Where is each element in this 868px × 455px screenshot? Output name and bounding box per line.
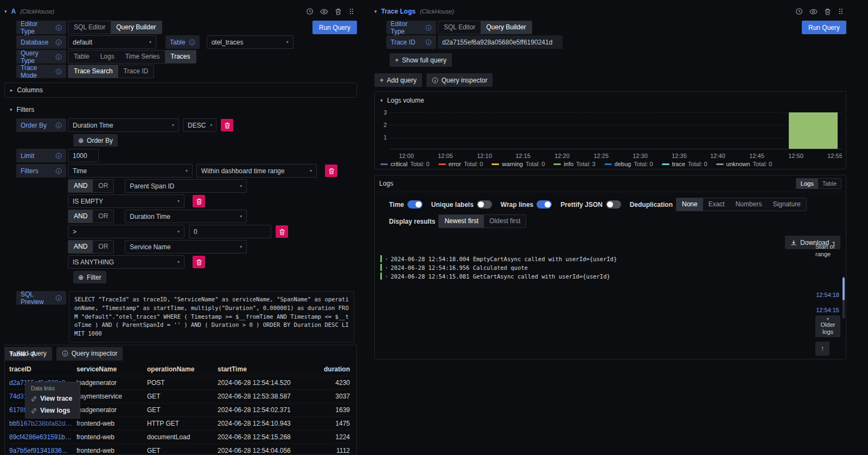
legend-item-info[interactable]: infoTotal: 3 [553, 161, 595, 167]
remove-filter-button[interactable] [276, 225, 288, 238]
history-icon[interactable] [306, 8, 314, 15]
bool-or[interactable]: OR [93, 210, 113, 223]
bool-and[interactable]: AND [68, 180, 93, 192]
panel-title[interactable]: Trace Logs [381, 8, 416, 15]
filter-field-select[interactable]: Time ▾ [68, 164, 193, 178]
bool-or[interactable]: OR [93, 241, 113, 253]
trash-icon[interactable] [824, 8, 831, 15]
column-header-duration[interactable]: duration [314, 365, 352, 373]
info-icon[interactable] [55, 122, 62, 129]
run-query-button[interactable]: Run Query [312, 21, 357, 34]
view-trace-menu-item[interactable]: View trace [25, 393, 80, 405]
order-by-direction-select[interactable]: DESC ▾ [183, 118, 216, 132]
expand-chevron-icon[interactable]: › [386, 256, 387, 262]
filter-operator-select[interactable]: IS EMPTY ▾ [68, 194, 184, 208]
unique-labels-toggle[interactable] [477, 200, 492, 208]
legend-item-warning[interactable]: warningTotal: 0 [492, 161, 545, 167]
trace-id-link[interactable]: 89cf4286e631591b4... [9, 433, 76, 441]
collapse-chevron-icon[interactable]: ▾ [374, 9, 377, 14]
dedup-exact[interactable]: Exact [703, 198, 730, 211]
editor-mode-query-builder[interactable]: Query Builder [111, 21, 161, 34]
info-icon[interactable] [55, 24, 62, 31]
filter-field-select[interactable]: Duration Time ▾ [125, 210, 247, 223]
editor-mode-sql-editor[interactable]: SQL Editor [68, 21, 111, 34]
editor-mode-query-builder[interactable]: Query Builder [481, 21, 531, 34]
view-logs-menu-item[interactable]: View logs [25, 405, 80, 416]
expand-chevron-icon[interactable]: › [386, 265, 387, 270]
wrap-lines-toggle[interactable] [537, 200, 552, 208]
info-volume-bar[interactable] [789, 112, 838, 149]
trace-mode-trace-id[interactable]: Trace ID [118, 65, 154, 78]
dedup-signature[interactable]: Signature [767, 198, 806, 211]
add-order-by-button[interactable]: ⊕ Order By [73, 134, 118, 147]
expand-chevron-icon[interactable]: › [386, 274, 387, 279]
limit-input[interactable] [68, 149, 99, 162]
legend-item-error[interactable]: errorTotal: 0 [438, 161, 483, 167]
minimap-scrollbar[interactable] [843, 276, 845, 319]
sort-oldest-first[interactable]: Oldest first [484, 215, 526, 228]
column-header-servicename[interactable]: serviceName [76, 365, 147, 373]
trash-icon[interactable] [335, 8, 342, 15]
column-header-traceid[interactable]: traceID [9, 365, 76, 373]
filter-operator-select[interactable]: Within dashboard time range ▾ [196, 164, 317, 178]
eye-icon[interactable] [320, 8, 328, 16]
dedup-none[interactable]: None [676, 198, 703, 211]
history-icon[interactable] [795, 8, 803, 15]
table-select[interactable]: otel_traces ▾ [207, 35, 293, 49]
order-by-field-select[interactable]: Duration Time ▾ [68, 118, 179, 132]
trace-id-input[interactable] [438, 35, 563, 49]
query-type-table[interactable]: Table [68, 50, 95, 63]
prettify-json-toggle[interactable] [606, 200, 621, 208]
eye-icon[interactable] [809, 8, 818, 16]
run-query-button[interactable]: Run Query [802, 21, 846, 34]
column-header-starttime[interactable]: startTime [218, 365, 314, 373]
info-icon[interactable] [55, 54, 62, 60]
log-entry[interactable]: › 2024-06-28 12:54:16.956 Calculated quo… [380, 263, 846, 271]
info-icon[interactable] [55, 153, 62, 159]
legend-item-debug[interactable]: debugTotal: 0 [604, 161, 653, 167]
older-logs-button[interactable]: ▾ Older logs [815, 315, 840, 337]
filter-operator-select[interactable]: > ▾ [68, 225, 184, 238]
sort-newest-first[interactable]: Newest first [439, 215, 484, 228]
info-icon[interactable] [55, 295, 62, 301]
log-entry[interactable]: › 2024-06-28 12:54:15.081 GetCartAsync c… [380, 272, 846, 280]
query-type-logs[interactable]: Logs [95, 50, 120, 63]
legend-item-critical[interactable]: criticalTotal: 0 [380, 161, 430, 167]
info-icon[interactable] [55, 68, 62, 75]
query-ref-id[interactable]: A [11, 8, 16, 15]
trace-id-link[interactable]: bb5167b238bfa82d1... [9, 420, 76, 427]
filters-section-header[interactable]: ▾ Filters [4, 103, 357, 116]
remove-filter-button[interactable] [193, 195, 205, 207]
filter-field-select[interactable]: Parent Span ID ▾ [125, 179, 247, 193]
view-logs-option[interactable]: Logs [796, 179, 818, 188]
trace-id-link[interactable]: 9a7b5ef91341836... [9, 447, 76, 454]
bool-and[interactable]: AND [68, 210, 93, 223]
drag-handle-icon[interactable] [348, 8, 355, 15]
collapse-chevron-icon[interactable]: ▾ [4, 9, 7, 14]
filter-field-select[interactable]: Service Name ▾ [125, 240, 247, 254]
logs-volume-chart[interactable] [390, 112, 842, 149]
query-type-traces[interactable]: Traces [165, 50, 195, 63]
add-filter-button[interactable]: ⊕ Filter [73, 271, 106, 283]
logs-volume-header[interactable]: ▾ Logs volume [375, 92, 846, 105]
filter-value-input[interactable] [189, 225, 271, 238]
bool-or[interactable]: OR [93, 180, 113, 192]
info-icon[interactable] [55, 39, 62, 46]
remove-filter-button[interactable] [325, 165, 337, 177]
remove-filter-button[interactable] [193, 256, 205, 268]
query-inspector-button[interactable]: Query inspector [426, 73, 493, 87]
filter-operator-select[interactable]: IS ANYTHING ▾ [68, 255, 184, 269]
database-select[interactable]: default ▾ [68, 35, 156, 49]
remove-order-by-button[interactable] [221, 119, 233, 131]
columns-section-header[interactable]: ▸ Columns [4, 83, 357, 98]
add-query-button[interactable]: + Add query [374, 73, 422, 87]
legend-item-unknown[interactable]: unknownTotal: 0 [716, 161, 773, 167]
editor-mode-sql-editor[interactable]: SQL Editor [438, 21, 481, 34]
view-table-option[interactable]: Table [818, 179, 841, 188]
scrollbar-thumb[interactable] [843, 277, 845, 300]
bool-and[interactable]: AND [68, 241, 93, 253]
info-icon[interactable] [55, 168, 62, 174]
trace-mode-trace-search[interactable]: Trace Search [68, 65, 118, 78]
info-icon[interactable] [189, 39, 195, 46]
log-entry[interactable]: › 2024-06-28 12:54:18.004 EmptyCartAsync… [380, 255, 846, 263]
